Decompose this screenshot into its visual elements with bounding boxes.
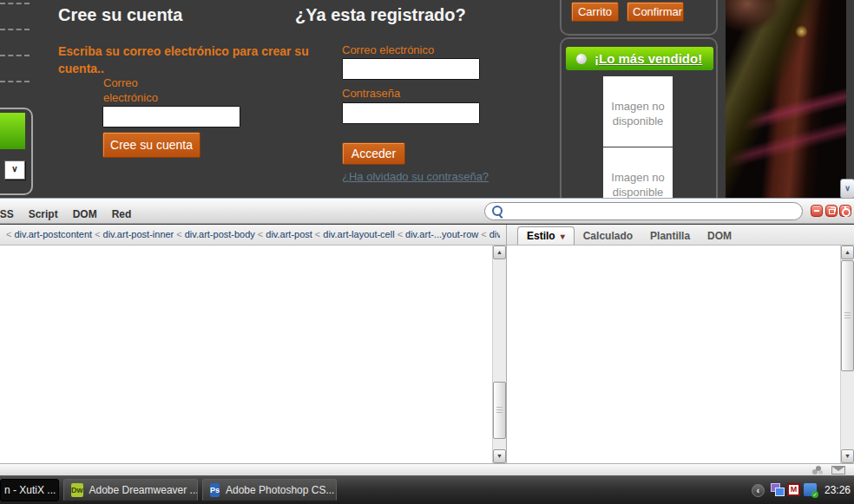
left-block-header bbox=[0, 113, 25, 149]
tab-options-arrow-icon[interactable]: ▾ bbox=[561, 232, 565, 241]
breadcrumb-separator: < bbox=[176, 229, 181, 239]
login-title: ¿Ya esta registrado? bbox=[295, 5, 466, 25]
taskbar-task[interactable]: PsAdobe Photoshop CS... bbox=[202, 479, 337, 501]
tree-scrollbar[interactable]: ▲ ▼ bbox=[492, 245, 506, 463]
css-scrollbar[interactable]: ▲ ▼ bbox=[840, 245, 854, 463]
taskbar-task[interactable]: n - XutiX ... bbox=[0, 479, 59, 501]
breadcrumb-separator: < bbox=[481, 229, 486, 239]
arrow-down-icon: ▼ bbox=[496, 453, 503, 459]
power-icon bbox=[842, 208, 851, 217]
dropbox-icon[interactable]: ✓ bbox=[804, 483, 817, 496]
close-firebug-button[interactable] bbox=[839, 205, 851, 217]
taskbar-task[interactable]: DwAdobe Dreamweaver ... bbox=[63, 479, 198, 501]
create-account-intro: Escriba su correo electrónico para crear… bbox=[58, 43, 319, 78]
scrollbar-thumb[interactable] bbox=[493, 382, 506, 439]
detach-window-button[interactable] bbox=[825, 205, 838, 217]
task-label: Adobe Photoshop CS... bbox=[226, 484, 334, 496]
mail-icon[interactable] bbox=[831, 466, 845, 475]
breadcrumb-item[interactable]: div bbox=[489, 229, 500, 239]
page-scroll-down-button[interactable]: ∨ bbox=[840, 179, 854, 198]
m-tray-icon[interactable]: M bbox=[787, 483, 800, 496]
dw-app-icon: Dw bbox=[71, 483, 83, 497]
search-icon bbox=[492, 206, 503, 216]
tab-estilo[interactable]: Estilo▾ bbox=[517, 226, 575, 245]
login-button[interactable]: Acceder bbox=[342, 142, 405, 165]
firebug-toolbar: CSSScriptDOMRed bbox=[0, 198, 854, 224]
scroll-down-button[interactable]: ▼ bbox=[841, 449, 854, 463]
firebug-tab-dom[interactable]: DOM bbox=[73, 208, 97, 220]
bestseller-title: ¡Lo más vendido! bbox=[595, 51, 702, 66]
browser-status-bar bbox=[0, 463, 854, 475]
firebug-breadcrumb-row: <div.art-postcontent<div.art-post-inner<… bbox=[0, 225, 854, 245]
breadcrumb-item[interactable]: div.art-post-body bbox=[185, 229, 255, 239]
minimize-button[interactable] bbox=[811, 205, 823, 217]
breadcrumb-item[interactable]: div.art-post-inner bbox=[103, 229, 174, 239]
bullet-icon bbox=[576, 54, 587, 64]
side-panel-tabs: Estilo▾CalculadoPlantillaDOM bbox=[517, 225, 740, 245]
firebug-search-box[interactable] bbox=[484, 202, 803, 220]
login-password-label: Contraseña bbox=[342, 86, 481, 101]
firebug-tab-red[interactable]: Red bbox=[112, 208, 132, 220]
breadcrumb-separator: < bbox=[258, 229, 263, 239]
breadcrumb-separator: < bbox=[315, 229, 320, 239]
arrow-up-icon: ▲ bbox=[844, 249, 851, 255]
product-image-placeholder[interactable]: Imagen no disponible bbox=[603, 147, 673, 198]
breadcrumb-separator: < bbox=[397, 229, 403, 239]
shop-page: ∨ Cree su cuenta Escriba su correo elect… bbox=[0, 0, 854, 198]
breadcrumb: <div.art-postcontent<div.art-post-inner<… bbox=[3, 229, 500, 239]
tab-plantilla[interactable]: Plantilla bbox=[641, 226, 699, 242]
addon-icon[interactable] bbox=[812, 466, 824, 475]
power-icon bbox=[844, 206, 846, 210]
task-label: Adobe Dreamweaver ... bbox=[89, 484, 199, 496]
currency-select[interactable]: ∨ bbox=[4, 160, 25, 180]
breadcrumb-item[interactable]: div.art-postcontent bbox=[14, 229, 92, 239]
task-label: n - XutiX ... bbox=[4, 484, 56, 496]
panel-divider[interactable] bbox=[506, 225, 507, 463]
ps-app-icon: Ps bbox=[210, 483, 220, 497]
tab-dom[interactable]: DOM bbox=[699, 226, 740, 242]
minimize-icon bbox=[814, 210, 819, 212]
arrow-down-icon: ▼ bbox=[844, 453, 851, 459]
scrollbar-thumb[interactable] bbox=[841, 260, 854, 371]
firebug-tab-css[interactable]: CSS bbox=[0, 208, 14, 220]
scroll-up-button[interactable]: ▲ bbox=[493, 245, 506, 259]
chevron-down-icon: ∨ bbox=[844, 184, 851, 193]
check-icon: ✓ bbox=[811, 491, 818, 498]
create-email-label: Correo electrónico bbox=[103, 75, 183, 105]
login-email-label: Correo electrónico bbox=[342, 43, 481, 57]
breadcrumb-separator: < bbox=[6, 229, 11, 239]
tray-collapse-chevron-icon[interactable]: ‹ bbox=[752, 484, 765, 497]
breadcrumb-item[interactable]: div.art-layout-cell bbox=[323, 229, 394, 239]
firebug-tab-bar: CSSScriptDOMRed bbox=[0, 206, 146, 221]
login-email-input[interactable] bbox=[342, 58, 480, 80]
product-photo bbox=[726, 0, 846, 198]
divider bbox=[0, 81, 30, 82]
cart-button[interactable]: Carrito bbox=[571, 2, 619, 22]
forgot-password-link[interactable]: ¿Ha olvidado su contraseña? bbox=[342, 170, 489, 183]
tray-clock[interactable]: 23:26 bbox=[824, 476, 851, 504]
breadcrumb-item[interactable]: div.art-post bbox=[266, 229, 312, 239]
firebug-tab-script[interactable]: Script bbox=[29, 208, 58, 220]
scroll-down-button[interactable]: ▼ bbox=[493, 449, 506, 463]
network-monitors-icon[interactable] bbox=[771, 483, 785, 496]
breadcrumb-item[interactable]: div.art-...yout-row bbox=[405, 229, 478, 239]
create-email-input[interactable] bbox=[102, 106, 240, 128]
bestseller-banner[interactable]: ¡Lo más vendido! bbox=[566, 47, 713, 70]
arrow-up-icon: ▲ bbox=[496, 249, 503, 255]
tab-calculado[interactable]: Calculado bbox=[575, 226, 641, 242]
taskbar: n - XutiX ...DwAdobe Dreamweaver ...PsAd… bbox=[0, 475, 854, 504]
divider bbox=[0, 55, 30, 56]
divider bbox=[0, 3, 30, 4]
login-password-input[interactable] bbox=[342, 102, 480, 124]
create-account-title: Cree su cuenta bbox=[58, 5, 182, 25]
create-account-button[interactable]: Cree su cuenta bbox=[102, 132, 200, 158]
window-icon bbox=[831, 207, 836, 212]
product-image-placeholder[interactable]: Imagen no disponible bbox=[603, 76, 673, 147]
breadcrumb-separator: < bbox=[95, 229, 100, 239]
divider bbox=[0, 29, 30, 30]
confirm-button[interactable]: Confirmar bbox=[627, 2, 684, 22]
scroll-up-button[interactable]: ▲ bbox=[841, 245, 854, 259]
search-input[interactable] bbox=[506, 204, 796, 220]
firebug-content: +<div class="art-post">-<form id="create… bbox=[0, 245, 854, 463]
